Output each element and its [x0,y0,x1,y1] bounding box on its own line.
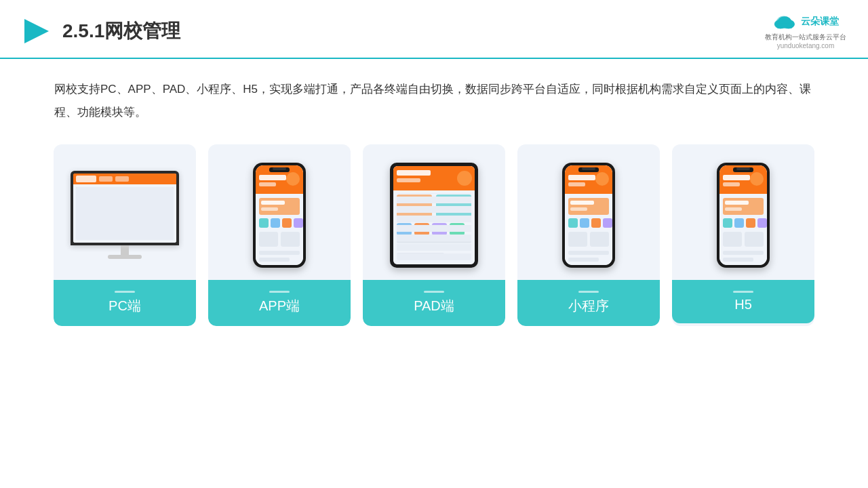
svg-rect-31 [271,218,280,228]
card-h5-label: H5 [672,280,814,323]
card-pc-label: PC端 [54,280,196,326]
card-miniprogram-label: 小程序 [517,280,660,326]
svg-rect-73 [723,182,740,186]
svg-rect-61 [568,218,578,228]
svg-rect-68 [568,258,599,262]
svg-rect-72 [723,175,750,180]
svg-rect-81 [757,218,767,228]
svg-rect-80 [746,218,755,228]
svg-rect-11 [115,176,129,182]
page-title: 2.5.1网校管理 [62,18,180,44]
svg-rect-27 [259,198,300,215]
card-h5: H5 [672,144,814,326]
svg-marker-0 [24,19,49,43]
mini-phone [562,163,615,268]
svg-rect-32 [282,218,292,228]
label-bar [269,291,290,293]
svg-rect-14 [79,190,119,195]
tablet-outer [390,163,478,268]
svg-rect-79 [734,218,744,228]
svg-rect-55 [568,175,595,180]
svg-rect-30 [259,218,269,228]
svg-rect-49 [397,239,471,243]
svg-rect-15 [79,197,106,201]
cloud-icon [772,12,797,31]
svg-rect-60 [570,207,587,211]
phone-screen [719,165,767,265]
svg-rect-24 [259,175,286,180]
card-app: APP端 [208,144,351,326]
phone-screen [565,165,612,265]
cards-container: PC端 [0,131,868,340]
svg-rect-47 [432,223,447,235]
label-bar [424,291,444,293]
logo-cloud: 云朵课堂 [772,12,839,31]
svg-rect-10 [99,176,113,182]
svg-rect-82 [723,232,742,247]
svg-rect-66 [590,232,609,247]
logo-area: 云朵课堂 教育机构一站式服务云平台 yunduoketang.com [765,12,846,49]
svg-rect-78 [723,218,732,228]
svg-rect-29 [261,207,278,211]
card-pc: PC端 [54,144,196,326]
svg-rect-13 [76,187,174,207]
play-icon [22,16,52,46]
svg-rect-23 [269,167,290,172]
phone-outer [253,163,306,268]
svg-point-74 [750,172,764,186]
monitor-outer [71,171,179,245]
card-pad-image [363,144,505,280]
svg-point-42 [457,171,472,186]
svg-point-57 [595,172,609,186]
svg-rect-76 [725,201,749,205]
svg-rect-20 [76,233,130,236]
card-pad: PAD端 [363,144,505,326]
svg-rect-71 [733,167,753,172]
svg-rect-16 [76,211,106,225]
svg-rect-62 [580,218,589,228]
svg-point-26 [286,172,300,186]
svg-rect-63 [591,218,601,228]
svg-rect-19 [76,228,144,230]
card-app-image [208,144,351,280]
svg-rect-36 [259,251,300,255]
monitor-base [108,255,142,259]
svg-rect-34 [259,232,278,247]
card-miniprogram: 小程序 [517,144,660,326]
svg-rect-40 [397,170,431,176]
svg-rect-50 [397,246,458,250]
svg-rect-9 [76,176,96,182]
card-miniprogram-image [517,144,660,280]
pad-tablet [390,163,478,268]
svg-rect-25 [259,182,276,186]
logo-tagline: 教育机构一站式服务云平台 [765,33,846,42]
svg-rect-64 [603,218,612,228]
svg-rect-44 [436,195,471,219]
tablet-screen [393,166,475,264]
svg-rect-37 [259,258,290,262]
svg-rect-85 [723,258,753,262]
svg-rect-54 [578,167,599,172]
logo-url: yunduoketang.com [777,42,835,49]
svg-rect-33 [294,218,303,228]
svg-rect-28 [261,201,285,205]
svg-rect-65 [568,232,587,247]
phone-outer [717,163,770,268]
svg-rect-48 [450,223,465,235]
svg-rect-45 [397,223,412,235]
label-bar [733,291,753,293]
svg-rect-59 [570,201,594,205]
logo-name: 云朵课堂 [801,16,839,28]
svg-rect-35 [281,232,300,247]
svg-rect-84 [723,251,764,255]
svg-rect-51 [397,253,444,257]
phone-screen [256,165,303,265]
monitor-neck [121,245,129,255]
header: 2.5.1网校管理 云朵课堂 教育机构一站式服务云平台 yunduoketang… [0,0,868,59]
svg-rect-83 [745,232,764,247]
card-pc-image [54,144,196,280]
svg-rect-56 [568,182,585,186]
svg-rect-58 [568,198,609,215]
svg-rect-67 [568,251,609,255]
header-left: 2.5.1网校管理 [22,16,180,46]
